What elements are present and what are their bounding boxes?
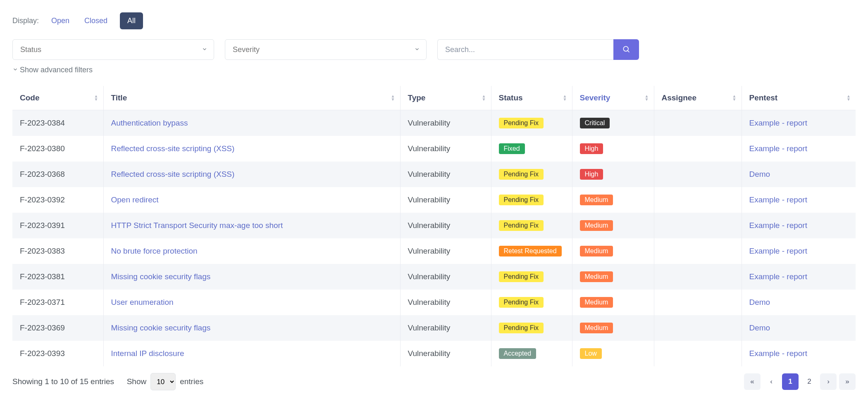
finding-title-link[interactable]: Reflected cross-site scripting (XSS) — [111, 144, 235, 153]
advanced-filters-label: Show advanced filters — [20, 66, 93, 74]
svg-line-1 — [628, 50, 630, 52]
sort-icon: ▲▼ — [482, 95, 486, 101]
sort-icon: ▲▼ — [563, 95, 567, 101]
cell-code: F-2023-0380 — [12, 136, 103, 162]
severity-badge: High — [580, 169, 603, 180]
pentest-link[interactable]: Example - report — [749, 349, 807, 358]
cell-assignee — [654, 110, 742, 136]
cell-type: Vulnerability — [400, 187, 491, 213]
sort-icon: ▲▼ — [94, 95, 98, 101]
cell-assignee — [654, 136, 742, 162]
display-all-tab[interactable]: All — [120, 12, 143, 29]
finding-title-link[interactable]: Open redirect — [111, 195, 159, 204]
table-row: F-2023-0371 User enumeration Vulnerabili… — [12, 290, 856, 315]
pentest-link[interactable]: Demo — [749, 323, 770, 332]
cell-type: Vulnerability — [400, 162, 491, 187]
cell-code: F-2023-0368 — [12, 162, 103, 187]
search-input[interactable] — [437, 39, 613, 60]
cell-assignee — [654, 238, 742, 264]
page-2-button[interactable]: 2 — [801, 373, 818, 390]
display-open-tab[interactable]: Open — [49, 13, 72, 28]
finding-title-link[interactable]: HTTP Strict Transport Security max-age t… — [111, 221, 283, 230]
status-badge: Pending Fix — [499, 297, 544, 308]
entries-info: Showing 1 to 10 of 15 entries — [12, 377, 114, 386]
cell-type: Vulnerability — [400, 315, 491, 341]
chevron-double-right-icon: » — [845, 378, 849, 386]
status-badge: Fixed — [499, 143, 525, 154]
table-row: F-2023-0383 No brute force protection Vu… — [12, 238, 856, 264]
cell-assignee — [654, 341, 742, 366]
pentest-link[interactable]: Example - report — [749, 247, 807, 255]
table-row: F-2023-0392 Open redirect Vulnerability … — [12, 187, 856, 213]
finding-title-link[interactable]: No brute force protection — [111, 247, 198, 255]
search-button[interactable] — [613, 39, 639, 60]
table-row: F-2023-0368 Reflected cross-site scripti… — [12, 162, 856, 187]
col-header-assignee[interactable]: Assignee ▲▼ — [654, 86, 742, 110]
status-badge: Accepted — [499, 348, 537, 359]
severity-filter[interactable] — [225, 39, 427, 60]
chevron-down-icon — [12, 66, 18, 74]
cell-type: Vulnerability — [400, 213, 491, 238]
display-closed-tab[interactable]: Closed — [82, 13, 110, 28]
severity-badge: Medium — [580, 323, 613, 333]
col-header-severity[interactable]: Severity ▲▼ — [572, 86, 654, 110]
cell-code: F-2023-0393 — [12, 341, 103, 366]
finding-title-link[interactable]: Authentication bypass — [111, 119, 188, 127]
chevron-left-icon: ‹ — [770, 378, 773, 386]
show-advanced-filters[interactable]: Show advanced filters — [12, 66, 856, 74]
pentest-link[interactable]: Demo — [749, 298, 770, 306]
sort-icon: ▲▼ — [732, 95, 737, 101]
finding-title-link[interactable]: Internal IP disclosure — [111, 349, 184, 358]
status-filter[interactable] — [12, 39, 214, 60]
page-size-select[interactable]: 10 — [150, 373, 176, 390]
findings-table: Code ▲▼ Title ▲▼ Type ▲▼ Status ▲▼ Sever… — [12, 86, 856, 366]
finding-title-link[interactable]: Reflected cross-site scripting (XSS) — [111, 170, 235, 178]
cell-code: F-2023-0391 — [12, 213, 103, 238]
table-row: F-2023-0381 Missing cookie security flag… — [12, 264, 856, 290]
col-header-type[interactable]: Type ▲▼ — [400, 86, 491, 110]
pentest-link[interactable]: Example - report — [749, 272, 807, 281]
status-badge: Pending Fix — [499, 169, 544, 180]
pentest-link[interactable]: Example - report — [749, 119, 807, 127]
status-badge: Pending Fix — [499, 220, 544, 231]
finding-title-link[interactable]: User enumeration — [111, 298, 174, 306]
cell-type: Vulnerability — [400, 238, 491, 264]
col-header-title[interactable]: Title ▲▼ — [103, 86, 400, 110]
severity-badge: Medium — [580, 246, 613, 256]
cell-assignee — [654, 187, 742, 213]
search-icon — [622, 45, 630, 55]
entries-label: entries — [180, 377, 203, 386]
table-row: F-2023-0369 Missing cookie security flag… — [12, 315, 856, 341]
page-next-button[interactable]: › — [820, 373, 837, 390]
show-label: Show — [127, 377, 147, 386]
col-header-code[interactable]: Code ▲▼ — [12, 86, 103, 110]
pentest-link[interactable]: Example - report — [749, 195, 807, 204]
severity-badge: High — [580, 143, 603, 154]
svg-point-0 — [623, 46, 628, 51]
severity-badge: Critical — [580, 118, 610, 128]
severity-badge: Medium — [580, 220, 613, 231]
finding-title-link[interactable]: Missing cookie security flags — [111, 323, 211, 332]
display-label: Display: — [12, 17, 39, 25]
col-header-pentest[interactable]: Pentest ▲▼ — [742, 86, 856, 110]
cell-code: F-2023-0381 — [12, 264, 103, 290]
pentest-link[interactable]: Example - report — [749, 221, 807, 230]
page-first-button[interactable]: « — [744, 373, 761, 390]
table-row: F-2023-0384 Authentication bypass Vulner… — [12, 110, 856, 136]
finding-title-link[interactable]: Missing cookie security flags — [111, 272, 211, 281]
cell-type: Vulnerability — [400, 341, 491, 366]
pagination: « ‹ 1 2 › » — [744, 373, 856, 390]
severity-badge: Medium — [580, 271, 613, 282]
status-badge: Pending Fix — [499, 271, 544, 282]
sort-icon: ▲▼ — [391, 95, 395, 101]
pentest-link[interactable]: Example - report — [749, 144, 807, 153]
pentest-link[interactable]: Demo — [749, 170, 770, 178]
col-header-status[interactable]: Status ▲▼ — [491, 86, 572, 110]
page-1-button[interactable]: 1 — [782, 373, 799, 390]
status-badge: Pending Fix — [499, 195, 544, 205]
status-badge: Pending Fix — [499, 118, 544, 128]
page-prev-button[interactable]: ‹ — [763, 373, 780, 390]
status-badge: Retest Requested — [499, 246, 562, 256]
cell-assignee — [654, 264, 742, 290]
page-last-button[interactable]: » — [839, 373, 856, 390]
